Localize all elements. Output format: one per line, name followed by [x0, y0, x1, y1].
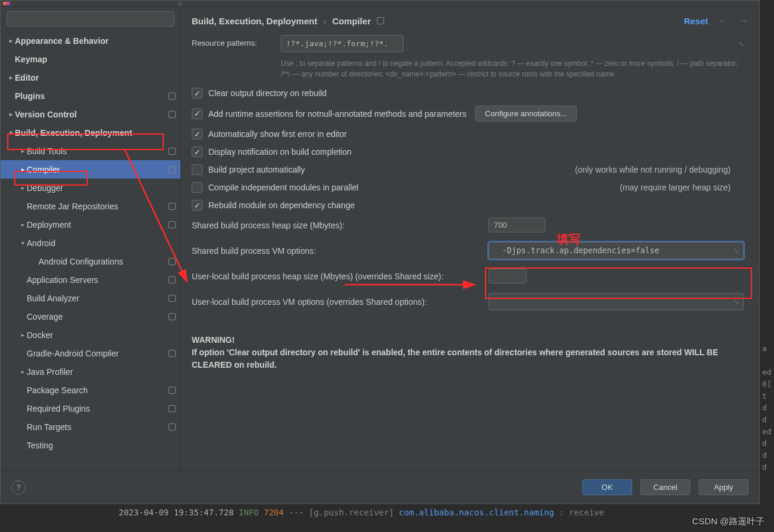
tree-item-plugins[interactable]: Plugins: [1, 87, 180, 105]
console-log-line: 2023-04-09 19:35:47.728 INFO 7204 --- [g…: [0, 505, 774, 532]
tree-item-appearance-behavior[interactable]: ▸Appearance & Behavior: [1, 31, 180, 50]
tree-item-package-search[interactable]: Package Search: [1, 381, 180, 399]
tree-item-label: Editor: [15, 73, 39, 82]
tree-item-docker[interactable]: ▸Docker: [1, 326, 180, 344]
tree-item-build-execution-deployment[interactable]: ▾Build, Execution, Deployment: [1, 123, 180, 142]
chevron-icon: ▸: [18, 184, 27, 191]
chevron-icon: ▸: [7, 74, 15, 81]
scope-badge-icon: [169, 166, 176, 173]
tree-item-label: Keymap: [15, 55, 47, 64]
checkbox[interactable]: [192, 109, 202, 119]
warning-block: WARNING! If option 'Clear output directo…: [192, 334, 748, 371]
chevron-right-icon: ›: [323, 16, 326, 26]
scope-badge-icon: [169, 276, 176, 283]
tree-item-label: Deployment: [27, 220, 71, 230]
scope-badge-icon: [169, 203, 176, 210]
tree-item-label: Run Targets: [27, 422, 71, 432]
tree-item-deployment[interactable]: ▸Deployment: [1, 215, 180, 234]
dialog-titlebar: [1, 1, 759, 7]
tree-item-label: Debugger: [27, 183, 64, 193]
scope-badge-icon: [169, 423, 176, 431]
settings-search-input[interactable]: [7, 11, 175, 27]
expand-icon[interactable]: ⤡: [738, 40, 744, 47]
chevron-icon: ▸: [18, 332, 27, 338]
tree-item-keymap[interactable]: Keymap: [1, 50, 180, 68]
tree-item-debugger[interactable]: ▸Debugger: [1, 179, 180, 197]
tree-item-label: Appearance & Behavior: [15, 36, 109, 46]
scope-badge-icon: [169, 93, 176, 100]
tree-item-compiler[interactable]: ▸Compiler: [1, 160, 180, 179]
chevron-icon: ▸: [18, 148, 27, 154]
checkbox-label: Build project automatically: [208, 165, 305, 174]
tree-item-label: Gradle-Android Compiler: [27, 349, 119, 358]
forward-icon[interactable]: →: [738, 15, 748, 27]
ide-logo-icon: [3, 2, 10, 5]
scope-badge-icon: [169, 111, 176, 118]
chevron-icon: ▸: [18, 166, 27, 173]
shared-vmopt-label: Shared build process VM options:: [192, 246, 488, 256]
checkbox-note: (only works while not running / debuggin…: [575, 165, 748, 174]
tree-item-testing[interactable]: Testing: [1, 436, 180, 454]
tree-item-coverage[interactable]: Coverage: [1, 307, 180, 326]
tree-item-label: Build Analyzer: [27, 294, 80, 303]
chevron-icon: ▸: [18, 368, 27, 375]
ok-button[interactable]: OK: [582, 479, 632, 495]
checkbox[interactable]: [192, 129, 202, 139]
user-heap-input[interactable]: [488, 269, 526, 283]
warning-title: WARNING!: [192, 334, 748, 346]
checkbox[interactable]: [192, 164, 202, 175]
apply-button[interactable]: Apply: [699, 479, 748, 495]
tree-item-run-targets[interactable]: Run Targets: [1, 418, 180, 436]
help-button[interactable]: ?: [11, 480, 26, 495]
checkbox[interactable]: [192, 182, 202, 193]
tree-item-gradle-android-compiler[interactable]: Gradle-Android Compiler: [1, 344, 180, 362]
tree-item-label: Android: [27, 238, 55, 248]
configure-annotations-button[interactable]: Configure annotations...: [475, 106, 577, 122]
tree-item-label: Remote Jar Repositories: [27, 202, 118, 211]
tree-item-java-profiler[interactable]: ▸Java Profiler: [1, 362, 180, 381]
reset-link[interactable]: Reset: [684, 16, 708, 26]
cancel-button[interactable]: Cancel: [640, 479, 690, 495]
tree-item-label: Java Profiler: [27, 367, 73, 377]
checkbox-label: Add runtime assertions for notnull-annot…: [208, 109, 467, 119]
scope-badge-icon: [169, 405, 176, 412]
tree-item-build-tools[interactable]: ▸Build Tools: [1, 142, 180, 160]
tree-item-editor[interactable]: ▸Editor: [1, 68, 180, 87]
settings-main: Build, Execution, Deployment › Compiler …: [181, 7, 759, 470]
tree-item-required-plugins[interactable]: Required Plugins: [1, 399, 180, 418]
tree-item-label: Compiler: [27, 165, 60, 174]
tree-item-application-servers[interactable]: Application Servers: [1, 270, 180, 289]
breadcrumb: Compiler: [332, 16, 371, 26]
scope-badge-icon: [377, 17, 384, 24]
checkbox-note: (may require larger heap size): [620, 183, 748, 192]
resource-patterns-label: Resource patterns:: [192, 35, 281, 47]
scope-badge-icon: [169, 221, 176, 228]
user-vmopt-input[interactable]: [488, 293, 744, 310]
settings-dialog: ⌕ ▸Appearance & BehaviorKeymap▸EditorPlu…: [0, 0, 760, 504]
tree-item-label: Required Plugins: [27, 404, 90, 413]
checkbox[interactable]: [192, 88, 202, 98]
chevron-icon: ▸: [7, 37, 15, 44]
checkbox[interactable]: [192, 200, 202, 211]
resource-patterns-hint: Use ; to separate patterns and ! to nega…: [281, 58, 748, 79]
tree-item-build-analyzer[interactable]: Build Analyzer: [1, 289, 180, 307]
tree-item-label: Docker: [27, 330, 53, 340]
scope-badge-icon: [169, 295, 176, 302]
settings-tree[interactable]: ▸Appearance & BehaviorKeymap▸EditorPlugi…: [1, 31, 180, 470]
chevron-icon: ▸: [18, 221, 27, 228]
tree-item-label: Version Control: [15, 110, 77, 119]
tree-item-android[interactable]: ▾Android: [1, 234, 180, 252]
shared-heap-input[interactable]: [488, 218, 545, 232]
watermark: CSDN @路遥叶子: [692, 516, 765, 527]
scope-badge-icon: [169, 148, 176, 155]
resource-patterns-input[interactable]: [281, 35, 404, 52]
tree-item-version-control[interactable]: ▸Version Control: [1, 105, 180, 123]
checkbox[interactable]: [192, 146, 202, 157]
tree-item-remote-jar-repositories[interactable]: Remote Jar Repositories: [1, 197, 180, 215]
tree-item-label: Android Configurations: [39, 257, 123, 266]
breadcrumb[interactable]: Build, Execution, Deployment: [192, 16, 318, 26]
shared-vmopt-input[interactable]: [488, 242, 744, 259]
user-heap-label: User-local build process heap size (Mbyt…: [192, 272, 488, 281]
back-icon[interactable]: ←: [718, 15, 728, 27]
tree-item-android-configurations[interactable]: Android Configurations: [1, 252, 180, 270]
